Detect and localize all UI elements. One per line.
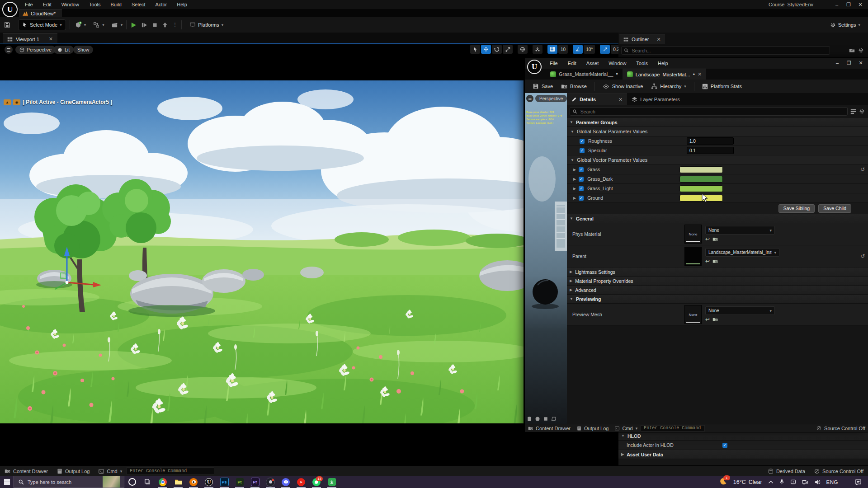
browse-to-asset-icon[interactable] [712, 236, 718, 242]
level-tab-cloudnew[interactable]: CloudNew* [19, 9, 62, 18]
grid-snap-value[interactable]: 10 [558, 45, 568, 54]
parent-thumbnail[interactable] [684, 247, 702, 266]
menu-build[interactable]: Build [106, 0, 127, 9]
platforms-dropdown[interactable]: Platforms ▾ [185, 19, 227, 30]
reset-to-default-icon[interactable]: ↺ [860, 253, 865, 259]
stop-button[interactable] [152, 22, 158, 28]
microphone-icon[interactable] [779, 479, 784, 485]
preview-cube-icon[interactable] [543, 416, 548, 422]
weather-icon[interactable]: 1 [719, 477, 727, 487]
menu-window[interactable]: Window [57, 0, 84, 9]
viewport-options-menu[interactable]: ☰ [5, 46, 13, 54]
eject-pilot-icon[interactable]: ▲ [4, 99, 11, 105]
platform-stats-button[interactable]: Platform Stats [698, 80, 746, 93]
preview-plane-icon[interactable] [551, 416, 557, 422]
scale-tool[interactable] [503, 45, 513, 54]
parent-dropdown[interactable]: Landscape_MasterMaterial_Inst ▾ [705, 248, 779, 257]
taskbar-app-opera[interactable] [124, 476, 140, 488]
expand-arrow-icon[interactable]: ▶ [573, 196, 576, 200]
lightmass-settings-header[interactable]: ▶Lightmass Settings [567, 267, 868, 277]
outliner-search[interactable] [621, 46, 830, 55]
minimize-button[interactable]: – [831, 59, 843, 67]
taskbar-app-photoshop[interactable]: Ps [217, 476, 232, 488]
scale-snap-toggle[interactable] [600, 45, 610, 54]
show-inactive-button[interactable]: Show Inactive [599, 80, 647, 93]
language-indicator[interactable]: ENG [826, 479, 838, 485]
grid-snap-toggle[interactable] [547, 45, 557, 54]
outliner-tab[interactable]: Outliner ✕ [619, 34, 665, 44]
taskbar-app-painter[interactable]: Pt [232, 476, 247, 488]
play-options-kebab-icon[interactable]: ⋮ [172, 22, 178, 28]
mat-menu-help[interactable]: Help [653, 59, 673, 68]
hlod-header[interactable]: ▼ HLOD [618, 432, 868, 441]
global-scalar-header[interactable]: ▼Global Scalar Parameter Values [567, 127, 868, 136]
output-log-button[interactable]: Output Log [52, 466, 94, 476]
menu-select[interactable]: Select [127, 0, 151, 9]
preview-mesh-thumbnail[interactable]: None [684, 305, 702, 324]
show-dropdown[interactable]: Show [73, 46, 93, 54]
launch-button[interactable] [162, 22, 168, 28]
global-vector-header[interactable]: ▼Global Vector Parameter Values [567, 155, 868, 165]
source-control-button[interactable]: Source Control Off [810, 466, 868, 476]
close-button[interactable]: ✕ [855, 59, 867, 67]
tab-details[interactable]: Details ✕ [567, 94, 627, 105]
close-button[interactable]: ✕ [854, 0, 866, 9]
grass-dark-checkbox[interactable]: ✓ [579, 177, 584, 182]
taskbar-app-chrome[interactable] [155, 476, 170, 488]
lit-dropdown[interactable]: Lit [53, 46, 74, 54]
mat-menu-tools[interactable]: Tools [631, 59, 653, 68]
surface-snapping[interactable] [533, 45, 542, 54]
mat-menu-window[interactable]: Window [604, 59, 631, 68]
tab-grass-mastermaterial[interactable]: Grass_MasterMaterial__ • [546, 69, 623, 80]
include-actor-hlod-checkbox[interactable]: ✓ [722, 443, 727, 448]
grass-checkbox[interactable]: ✓ [579, 167, 584, 172]
previewing-header[interactable]: ▼Previewing [567, 295, 868, 304]
roughness-value-field[interactable]: 1.0 [687, 137, 734, 145]
cmd-dropdown[interactable]: Cmd ▾ [94, 466, 127, 476]
material-preview-viewport[interactable]: ☰ Perspective Base pass shader: 723 Base… [525, 93, 567, 424]
asset-user-data-header[interactable]: ▶ Asset User Data [618, 450, 868, 459]
notification-center-icon[interactable] [855, 479, 862, 485]
browse-button[interactable]: Browse [557, 80, 591, 93]
start-button[interactable] [0, 476, 14, 488]
details-search[interactable] [570, 107, 848, 116]
display-filter-icon[interactable] [850, 108, 856, 114]
chevron-down-icon[interactable]: ▾ [84, 23, 86, 27]
ground-checkbox[interactable]: ✓ [579, 196, 584, 201]
expand-arrow-icon[interactable]: ▶ [573, 177, 576, 181]
content-drawer-button[interactable]: Content Drawer [0, 466, 52, 476]
menu-help[interactable]: Help [172, 0, 192, 9]
rotate-tool[interactable] [492, 45, 502, 54]
roughness-checkbox[interactable]: ✓ [580, 139, 585, 144]
save-sibling-button[interactable]: Save Sibling [778, 204, 815, 213]
weather-condition[interactable]: Clear [749, 479, 762, 485]
browse-to-asset-icon[interactable] [712, 317, 718, 322]
volume-icon[interactable] [814, 479, 821, 485]
grass-light-color-swatch[interactable] [679, 185, 723, 192]
restore-button[interactable]: ❐ [843, 0, 854, 9]
cmd-dropdown[interactable]: Cmd ▾ [612, 424, 641, 432]
grass-light-checkbox[interactable]: ✓ [579, 186, 584, 191]
tray-expand-icon[interactable] [768, 480, 774, 484]
taskbar-app-unreal[interactable]: U [201, 476, 217, 488]
taskbar-app-task-view[interactable] [140, 476, 155, 488]
settings-dropdown[interactable]: Settings ▾ [826, 19, 864, 30]
taskbar-app-idm[interactable] [324, 476, 340, 488]
network-icon[interactable] [802, 479, 808, 485]
phys-material-thumbnail[interactable]: None [684, 225, 702, 244]
menu-file[interactable]: File [20, 0, 38, 9]
console-command-input[interactable] [127, 467, 214, 475]
taskbar-app-file-explorer[interactable] [170, 476, 186, 488]
chevron-down-icon[interactable]: ▾ [102, 23, 104, 27]
expand-arrow-icon[interactable]: ▶ [573, 168, 576, 172]
close-icon[interactable]: ✕ [49, 36, 53, 42]
close-icon[interactable]: ✕ [698, 71, 702, 77]
rotation-snap-toggle[interactable] [573, 45, 583, 54]
specular-value-field[interactable]: 0.1 [687, 147, 734, 154]
restore-button[interactable]: ❐ [843, 59, 855, 67]
world-local-toggle[interactable] [518, 45, 528, 54]
output-log-button[interactable]: Output Log [574, 424, 612, 432]
play-button[interactable] [130, 22, 137, 28]
chevron-down-icon[interactable]: ▾ [121, 23, 123, 27]
add-content-dropdown[interactable] [74, 20, 83, 29]
